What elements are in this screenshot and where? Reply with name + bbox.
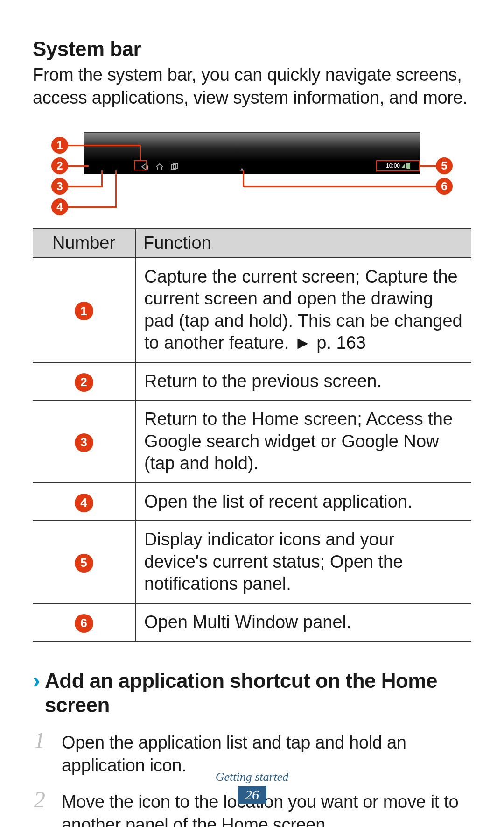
chevron-icon: › (33, 669, 40, 692)
screenshot-button-highlight (134, 160, 147, 170)
table-row: 5 Display indicator icons and your devic… (33, 521, 471, 603)
section-intro: From the system bar, you can quickly nav… (33, 64, 471, 109)
status-time: 10:00 (386, 163, 400, 169)
callout-2: 2 (51, 157, 68, 174)
function-table: Number Function 1 Capture the current sc… (33, 228, 471, 642)
recent-apps-icon (169, 163, 180, 171)
row-number-badge: 4 (75, 494, 93, 512)
step-number: 1 (34, 728, 62, 752)
row-number-badge: 6 (75, 614, 93, 633)
row-function-text: Open the list of recent application. (135, 483, 471, 521)
subsection-title: Add an application shortcut on the Home … (45, 669, 471, 717)
row-number-badge: 1 (75, 302, 93, 320)
row-number-badge: 5 (75, 554, 93, 573)
callout-1: 1 (51, 137, 68, 154)
status-area-highlight: 10:00 (376, 160, 420, 171)
leader-line (244, 186, 436, 187)
row-function-text: Display indicator icons and your device'… (135, 521, 471, 603)
leader-line (68, 165, 89, 167)
footer-section-name: Getting started (0, 770, 504, 784)
page-footer: Getting started 26 (0, 770, 504, 804)
callout-6: 6 (436, 178, 453, 195)
row-function-text: Return to the previous screen. (135, 362, 471, 401)
leader-line (68, 186, 103, 187)
leader-line (115, 170, 117, 207)
row-function-text: Return to the Home screen; Access the Go… (135, 400, 471, 483)
leader-line (419, 165, 436, 167)
home-icon (154, 163, 165, 171)
callout-3: 3 (51, 178, 68, 195)
callout-5: 5 (436, 157, 453, 174)
leader-line (68, 206, 117, 208)
battery-icon (406, 163, 410, 169)
leader-line (243, 170, 244, 187)
row-number-badge: 2 (75, 373, 93, 392)
table-row: 1 Capture the current screen; Capture th… (33, 258, 471, 362)
signal-icon (401, 163, 405, 168)
footer-page-number: 26 (238, 786, 266, 804)
system-bar-diagram: 10:00 ▴ 1 2 3 4 5 6 (33, 132, 471, 221)
table-header-function: Function (135, 229, 471, 258)
table-header-number: Number (33, 229, 135, 258)
subsection-heading: › Add an application shortcut on the Hom… (33, 669, 471, 717)
table-row: 3 Return to the Home screen; Access the … (33, 400, 471, 483)
leader-line (101, 170, 103, 187)
table-row: 2 Return to the previous screen. (33, 362, 471, 401)
row-function-text: Capture the current screen; Capture the … (135, 258, 471, 362)
callout-4: 4 (51, 198, 68, 215)
leader-line (68, 145, 141, 146)
row-function-text: Open Multi Window panel. (135, 603, 471, 642)
row-number-badge: 3 (75, 433, 93, 452)
section-title: System bar (33, 37, 471, 61)
table-row: 4 Open the list of recent application. (33, 483, 471, 521)
leader-line (140, 145, 141, 161)
table-row: 6 Open Multi Window panel. (33, 603, 471, 642)
